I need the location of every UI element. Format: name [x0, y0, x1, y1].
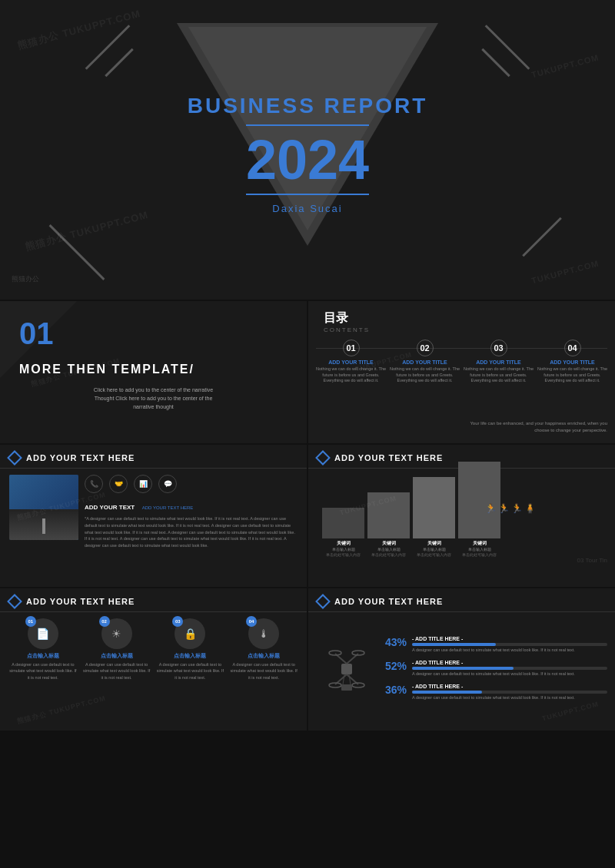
s4b-bar-right-3: - ADD TITLE HERE - A designer can use de… — [412, 684, 607, 701]
thermometer-icon: 🌡 — [258, 628, 269, 640]
toc-num-4: 04 — [564, 340, 581, 356]
toc-text-4: Nothing we can do will change it. The fu… — [537, 366, 607, 384]
toc-label-2: ADD YOUR TITLE — [390, 359, 460, 365]
toc-num-3: 03 — [490, 340, 507, 356]
deco-line — [522, 217, 562, 257]
s4b-title-1: - ADD TITLE HERE - — [412, 636, 607, 641]
tour-tin-label: 03 Tour Tin — [577, 557, 607, 564]
toc-subtitle: CONTENTS — [324, 326, 370, 333]
svg-line-10 — [343, 674, 344, 684]
diamond-icon-3a — [7, 450, 22, 465]
s4a-title-2: 点击输入标题 — [83, 652, 151, 660]
s3a-icons-row: 📞 🤝 📊 💬 — [85, 475, 298, 493]
toc-text-2: Nothing we can do will change it. The fu… — [390, 366, 460, 384]
slide-3a: ADD YOUR TEXT HERE 📞 🤝 📊 💬 ADD YOUR TEXT… — [0, 445, 307, 587]
section-header-4a: ADD YOUR TEXT HERE — [0, 588, 307, 612]
cover-line-2 — [246, 194, 369, 195]
toc-label-3: ADD YOUR TITLE — [464, 359, 534, 365]
slide-cover: 熊猫办公 TUKUPPT.COM TUKUPPT.COM 熊猫办公 TUKUPP… — [0, 0, 615, 300]
s4a-title-3: 点击输入标题 — [157, 652, 224, 660]
toc-item-4: 04 ADD YOUR TITLE Nothing we can do will… — [537, 340, 607, 384]
s4b-fill-2 — [412, 667, 514, 670]
figure-4: 🧍 — [524, 503, 536, 514]
stair-container: 关键词 单击输入标题单击此处可输入内容 关键词 单击输入标题单击此处可输入内容 … — [314, 472, 609, 557]
cover-line — [246, 124, 369, 126]
s4a-circle-4: 🌡 04 — [248, 618, 279, 649]
lock-icon: 🔒 — [184, 628, 197, 640]
slide-3b: ADD YOUR TEXT HERE 🏃 🏃 🏃 🧍 关键词 单击输入标题单击此… — [308, 445, 615, 587]
sun-icon: ☀ — [111, 628, 121, 640]
phone-icon: 📞 — [85, 475, 103, 493]
row-3: ADD YOUR TEXT HERE 📞 🤝 📊 💬 ADD YOUR TEXT… — [0, 445, 615, 587]
section-title-4b: ADD YOUR TEXT HERE — [334, 597, 443, 606]
toc-header: 目录 CONTENTS — [324, 310, 370, 333]
stair-label-1: 关键词 — [337, 540, 351, 547]
cover-title: Business Report — [188, 94, 428, 118]
s4a-num-4: 04 — [246, 616, 257, 627]
toc-bottom-text: Your life can be enhanced, and your happ… — [469, 420, 607, 434]
section-header-3a: ADD YOUR TEXT HERE — [0, 445, 307, 469]
drone-svg — [320, 642, 374, 696]
handshake-icon: 🤝 — [109, 475, 128, 493]
diamond-icon-3b — [315, 450, 331, 465]
stair-3: 关键词 单击输入标题单击此处可输入内容 — [413, 477, 455, 557]
s4a-item-3: 🔒 03 点击输入标题 A designer can use default t… — [157, 618, 224, 681]
stair-block-3 — [413, 477, 455, 538]
stair-label-2: 关键词 — [382, 540, 396, 547]
staircase-content: 🏃 🏃 🏃 🧍 关键词 单击输入标题单击此处可输入内容 关键词 单击输入标题单击… — [308, 469, 615, 581]
s4b-track-3 — [412, 691, 607, 694]
slide-4a: ADD YOUR TEXT HERE 📄 01 点击输入标题 A designe… — [0, 588, 307, 731]
s4b-text-3: A designer can use default text to simul… — [412, 695, 607, 701]
deco-line — [481, 48, 510, 77]
toc-items: 01 ADD YOUR TITLE Nothing we can do will… — [316, 340, 607, 384]
deco-line — [105, 48, 133, 77]
slide-narrative: 01 MORE THEN TEMPLATE/ Click here to add… — [0, 301, 307, 443]
stair-block-2 — [367, 492, 410, 538]
s4a-text-3: A designer can use default text to simul… — [157, 661, 224, 681]
figures-row: 🏃 🏃 🏃 🧍 — [485, 503, 536, 514]
photo-sky — [9, 475, 78, 513]
stair-block-1 — [322, 508, 364, 538]
figure-3: 🏃 — [511, 503, 523, 514]
s4b-fill-3 — [412, 691, 482, 694]
deco-line — [49, 224, 105, 280]
section-title-3a: ADD YOUR TEXT HERE — [26, 453, 135, 462]
toc-label-1: ADD YOUR TITLE — [316, 359, 386, 365]
stair-2: 关键词 单击输入标题单击此处可输入内容 — [367, 492, 410, 557]
s3a-add-line: ADD YOUR TEXT ADD YOUR TEXT HERE — [85, 499, 298, 512]
stair-label-4: 关键词 — [473, 540, 487, 547]
s3a-content: 📞 🤝 📊 💬 ADD YOUR TEXT ADD YOUR TEXT HERE… — [0, 469, 307, 581]
deco-line — [485, 25, 530, 70]
s4a-items-row: 📄 01 点击输入标题 A designer can use default t… — [9, 618, 298, 681]
toc-item-1: 01 ADD YOUR TITLE Nothing we can do will… — [316, 340, 386, 384]
s3a-body: *A designer can use default text to simu… — [85, 515, 298, 549]
s4a-text-1: A designer can use default text to simul… — [9, 661, 77, 681]
s4b-pct-3: 36% — [385, 684, 408, 696]
s3a-photo — [9, 475, 78, 540]
s4a-num-3: 03 — [172, 616, 183, 627]
s4b-bar-3: 36% - ADD TITLE HERE - A designer can us… — [385, 684, 607, 701]
s4b-bar-1: 43% - ADD TITLE HERE - A designer can us… — [385, 636, 607, 654]
cover-subtitle: Daxia Sucai — [188, 203, 428, 214]
s4b-bar-right-2: - ADD TITLE HERE - A designer can use de… — [412, 660, 607, 678]
cover-year: 2024 — [188, 132, 428, 187]
panda-logo: 熊猫办公 — [12, 274, 39, 284]
slide-4b: ADD YOUR TEXT HERE — [308, 588, 615, 731]
stair-sub-4: 单击输入标题单击此处可输入内容 — [462, 547, 497, 557]
s4a-item-1: 📄 01 点击输入标题 A designer can use default t… — [9, 618, 77, 681]
section-title-4a: ADD YOUR TEXT HERE — [26, 597, 135, 606]
s4b-text-2: A designer can use default text to simul… — [412, 671, 607, 678]
svg-rect-12 — [341, 684, 352, 691]
s4b-text-1: A designer can use default text to simul… — [412, 648, 607, 654]
s4b-title-2: - ADD TITLE HERE - — [412, 660, 607, 665]
s4a-title-1: 点击输入标题 — [9, 652, 77, 660]
diamond-icon-4a — [7, 594, 22, 609]
toc-item-3: 03 ADD YOUR TITLE Nothing we can do will… — [464, 340, 534, 384]
stair-sub-3: 单击输入标题单击此处可输入内容 — [417, 547, 451, 557]
diamond-icon-4b — [315, 594, 331, 609]
s4b-content: 43% - ADD TITLE HERE - A designer can us… — [308, 612, 615, 725]
toc-label-4: ADD YOUR TITLE — [537, 359, 607, 365]
s4b-track-2 — [412, 667, 607, 670]
section-main-title: MORE THEN TEMPLATE/ — [19, 363, 299, 376]
s4b-pct-1: 43% — [385, 636, 408, 648]
